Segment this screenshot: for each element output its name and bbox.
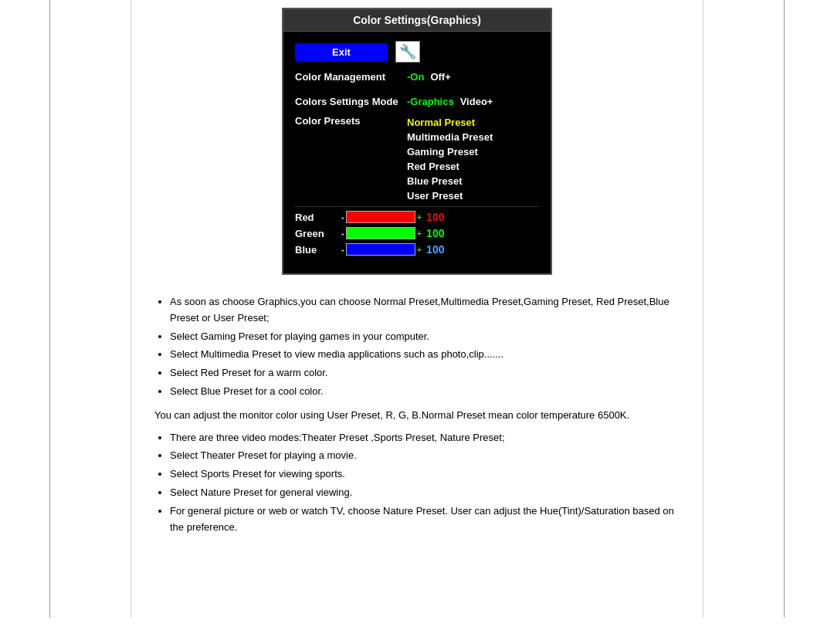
green-plus[interactable]: + <box>417 229 422 238</box>
left-border-outer <box>0 0 50 618</box>
color-management-off[interactable]: Off+ <box>430 71 450 83</box>
red-value: 100 <box>426 211 444 223</box>
exit-row: Exit 🔧 <box>295 41 539 63</box>
content-area: Color Settings(Graphics) Exit 🔧 Color Ma… <box>0 0 834 618</box>
colors-settings-mode-label: Colors Settings Mode <box>295 96 407 107</box>
green-value: 100 <box>426 227 444 239</box>
preset-normal[interactable]: Normal Preset <box>407 115 493 130</box>
preset-list: Normal Preset Multimedia Preset Gaming P… <box>407 115 493 203</box>
color-management-row: Color Management -On Off+ <box>295 66 539 87</box>
icon-symbol: 🔧 <box>399 43 416 60</box>
green-slider-track: - + <box>341 227 422 239</box>
osd-body: Exit 🔧 Color Management -On Off+ Colors … <box>283 32 551 266</box>
bullet-10: For general picture or web or watch TV, … <box>170 503 680 536</box>
exit-button[interactable]: Exit <box>295 43 388 61</box>
settings-mode-video[interactable]: Video+ <box>460 96 493 107</box>
red-plus[interactable]: + <box>417 212 422 222</box>
blue-slider-row: Blue - + 100 <box>295 243 539 256</box>
color-presets-row: Color Presets Normal Preset Multimedia P… <box>295 115 539 203</box>
bullet-4: Select Red Preset for a warm color. <box>170 365 680 381</box>
blue-slider-track: - + <box>341 243 422 256</box>
bullet-8: Select Sports Preset for viewing sports. <box>170 466 680 483</box>
preset-blue[interactable]: Blue Preset <box>407 174 493 188</box>
green-slider-bar[interactable] <box>346 227 415 239</box>
preset-multimedia[interactable]: Multimedia Preset <box>407 130 493 144</box>
red-minus[interactable]: - <box>341 212 344 222</box>
red-slider-bar[interactable] <box>346 211 415 223</box>
right-border-inner <box>703 0 784 618</box>
blue-plus[interactable]: + <box>417 245 422 254</box>
osd-title: Color Settings(Graphics) <box>283 9 551 32</box>
blue-slider-bar[interactable] <box>346 243 415 256</box>
blue-minus[interactable]: - <box>341 245 344 254</box>
preset-user[interactable]: User Preset <box>407 188 493 203</box>
bullet-1: As soon as choose Graphics,you can choos… <box>170 294 680 327</box>
bullet-7: Select Theater Preset for playing a movi… <box>170 448 680 464</box>
red-slider-row: Red - + 100 <box>295 211 539 223</box>
color-management-label: Color Management <box>295 71 407 83</box>
green-slider-label: Green <box>295 228 341 239</box>
text-content: As soon as choose Graphics,you can choos… <box>147 290 687 543</box>
colors-settings-mode-row: Colors Settings Mode -Graphics Video+ <box>295 90 539 112</box>
green-slider-row: Green - + 100 <box>295 227 539 239</box>
bullet-2: Select Gaming Preset for playing games i… <box>170 329 680 345</box>
paragraph1-note: You can adjust the monitor color using U… <box>154 408 680 424</box>
red-slider-track: - + <box>341 211 422 223</box>
paragraph1-list: As soon as choose Graphics,you can choos… <box>170 294 680 400</box>
preset-gaming[interactable]: Gaming Preset <box>407 144 493 159</box>
red-slider-label: Red <box>295 212 341 223</box>
left-border-inner <box>50 0 131 618</box>
main-content: Color Settings(Graphics) Exit 🔧 Color Ma… <box>131 0 703 618</box>
bullet-9: Select Nature Preset for general viewing… <box>170 485 680 501</box>
bullet-5: Select Blue Preset for a cool color. <box>170 384 680 400</box>
osd-dialog: Color Settings(Graphics) Exit 🔧 Color Ma… <box>282 8 552 275</box>
bullet-3: Select Multimedia Preset to view media a… <box>170 347 680 363</box>
bullet-6: There are three video modes:Theater Pres… <box>170 430 680 446</box>
color-presets-label: Color Presets <box>295 115 407 127</box>
right-border-outer <box>784 0 834 618</box>
paragraph2-list: There are three video modes:Theater Pres… <box>170 430 680 536</box>
settings-mode-graphics[interactable]: -Graphics <box>407 96 454 107</box>
blue-slider-label: Blue <box>295 244 341 256</box>
settings-icon: 🔧 <box>395 41 420 63</box>
blue-value: 100 <box>426 243 444 256</box>
divider <box>295 206 539 207</box>
green-minus[interactable]: - <box>341 229 344 238</box>
color-management-on[interactable]: -On <box>407 71 424 83</box>
preset-red[interactable]: Red Preset <box>407 159 493 174</box>
